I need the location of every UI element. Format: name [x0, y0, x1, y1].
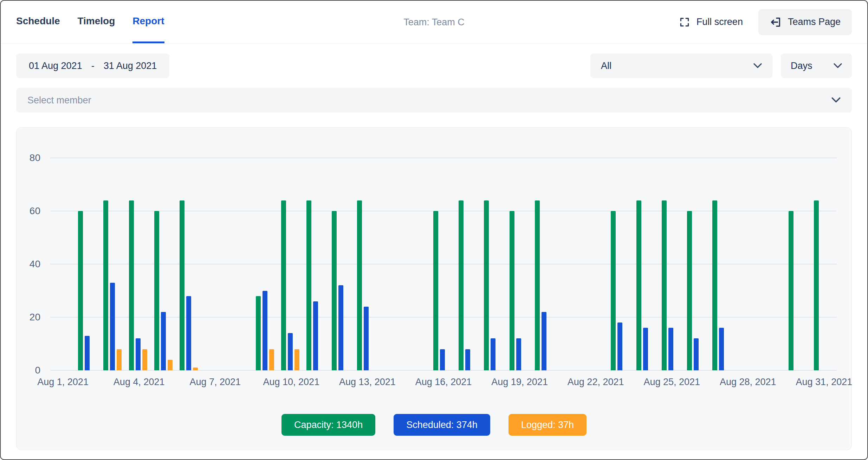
bar-scheduled-day-20	[542, 312, 546, 370]
bar-capacity-day-31	[814, 200, 819, 370]
bar-capacity-day-12	[332, 211, 337, 370]
filters-right: All Days	[590, 53, 852, 78]
bar-capacity-day-20	[535, 200, 540, 370]
bar-capacity-day-3	[103, 200, 108, 370]
bar-capacity-day-5	[154, 211, 159, 370]
bar-scheduled-day-9	[263, 291, 267, 371]
bar-scheduled-day-25	[668, 328, 673, 370]
bar-logged-day-3	[117, 349, 122, 370]
bar-scheduled-day-12	[338, 285, 343, 370]
filters-row: 01 Aug 2021 - 31 Aug 2021 All Days	[16, 53, 852, 78]
bar-scheduled-day-16	[440, 349, 445, 370]
teams-page-label: Teams Page	[788, 17, 841, 27]
x-axis-label-day-10: Aug 10, 2021	[263, 377, 320, 388]
bar-logged-day-9	[269, 349, 274, 370]
gridline-40	[50, 264, 837, 264]
report-chart-panel: 020406080Aug 1, 2021Aug 4, 2021Aug 7, 20…	[16, 127, 852, 450]
date-from: 01 Aug 2021	[29, 60, 82, 71]
gridline-20	[50, 317, 837, 318]
x-axis-label-day-1: Aug 1, 2021	[37, 377, 89, 388]
bar-scheduled-day-26	[694, 338, 699, 370]
x-axis-label-day-28: Aug 28, 2021	[720, 377, 776, 388]
header: Schedule Timelog Report Team: Team C Ful…	[1, 1, 867, 44]
bar-logged-day-6	[193, 368, 198, 370]
bar-capacity-day-16	[433, 211, 438, 370]
chevron-down-icon	[834, 63, 842, 69]
tab-timelog[interactable]: Timelog	[77, 1, 115, 43]
x-axis-label-day-7: Aug 7, 2021	[189, 377, 241, 388]
bar-scheduled-day-6	[186, 296, 191, 370]
bar-capacity-day-4	[129, 200, 134, 370]
x-axis-label-day-19: Aug 19, 2021	[491, 377, 548, 388]
bar-capacity-day-19	[510, 211, 514, 370]
bar-logged-day-10	[294, 349, 299, 370]
y-axis-label-80: 80	[30, 152, 40, 164]
bar-capacity-day-27	[712, 200, 717, 370]
legend-logged-button[interactable]: Logged: 37h	[509, 414, 587, 436]
x-axis-label-day-31: Aug 31, 2021	[796, 377, 853, 388]
bar-capacity-day-23	[611, 211, 616, 370]
bar-scheduled-day-23	[617, 322, 622, 370]
bar-capacity-day-11	[306, 200, 311, 370]
x-axis-label-day-25: Aug 25, 2021	[643, 377, 700, 388]
bar-capacity-day-10	[281, 200, 286, 370]
bar-scheduled-day-17	[465, 349, 470, 370]
fullscreen-icon	[679, 17, 690, 28]
bar-scheduled-day-5	[161, 312, 166, 370]
y-axis-label-60: 60	[30, 205, 40, 217]
chevron-down-icon	[753, 63, 762, 69]
date-range-picker[interactable]: 01 Aug 2021 - 31 Aug 2021	[16, 53, 169, 78]
bar-scheduled-day-24	[643, 328, 648, 370]
bar-capacity-day-30	[789, 211, 793, 370]
member-select[interactable]: Select member	[16, 88, 852, 113]
bar-capacity-day-18	[484, 200, 489, 370]
header-actions: Full screen Teams Page	[679, 1, 852, 43]
gridline-60	[50, 211, 837, 211]
tab-bar: Schedule Timelog Report	[16, 1, 164, 43]
date-to: 31 Aug 2021	[104, 60, 157, 71]
chevron-down-icon	[831, 97, 841, 103]
bar-capacity-day-24	[636, 200, 641, 370]
bar-scheduled-day-11	[313, 301, 318, 370]
teams-page-button[interactable]: Teams Page	[758, 9, 852, 35]
bar-scheduled-day-18	[491, 338, 495, 370]
app-window: Schedule Timelog Report Team: Team C Ful…	[0, 0, 868, 460]
y-axis-label-40: 40	[30, 258, 40, 270]
bar-capacity-day-6	[180, 200, 184, 370]
bar-capacity-day-17	[459, 200, 464, 370]
tab-schedule[interactable]: Schedule	[16, 1, 60, 43]
fullscreen-button[interactable]: Full screen	[679, 17, 743, 28]
tab-report[interactable]: Report	[132, 1, 164, 43]
bar-capacity-day-26	[687, 211, 692, 370]
x-axis-label-day-4: Aug 4, 2021	[114, 377, 165, 388]
plot-area: 020406080Aug 1, 2021Aug 4, 2021Aug 7, 20…	[50, 158, 837, 370]
x-axis-label-day-16: Aug 16, 2021	[415, 377, 472, 388]
chart-legend: Capacity: 1340hScheduled: 374hLogged: 37…	[17, 414, 851, 436]
bar-capacity-day-2	[78, 211, 83, 370]
x-axis-label-day-13: Aug 13, 2021	[339, 377, 396, 388]
y-axis-label-20: 20	[30, 312, 40, 323]
bar-scheduled-day-4	[136, 338, 141, 370]
scope-selected-value: All	[601, 60, 611, 71]
bar-logged-day-5	[168, 360, 173, 370]
scope-dropdown[interactable]: All	[590, 53, 772, 78]
legend-scheduled-button[interactable]: Scheduled: 374h	[394, 414, 490, 436]
bar-scheduled-day-3	[110, 283, 115, 370]
granularity-dropdown[interactable]: Days	[781, 53, 852, 78]
bar-capacity-day-9	[256, 296, 261, 370]
bar-scheduled-day-2	[85, 336, 90, 370]
bar-scheduled-day-13	[364, 307, 369, 370]
gridline-80	[50, 158, 837, 158]
bar-logged-day-4	[142, 349, 147, 370]
bar-capacity-day-25	[662, 200, 667, 370]
member-select-placeholder: Select member	[27, 95, 91, 106]
team-label: Team: Team C	[403, 17, 465, 27]
bar-scheduled-day-27	[719, 328, 724, 370]
granularity-selected-value: Days	[791, 60, 812, 71]
y-axis-label-0: 0	[35, 365, 40, 376]
fullscreen-label: Full screen	[697, 17, 743, 27]
legend-capacity-button[interactable]: Capacity: 1340h	[281, 414, 375, 436]
x-axis-label-day-22: Aug 22, 2021	[568, 377, 624, 388]
bar-capacity-day-13	[357, 200, 362, 370]
date-separator: -	[91, 60, 95, 71]
